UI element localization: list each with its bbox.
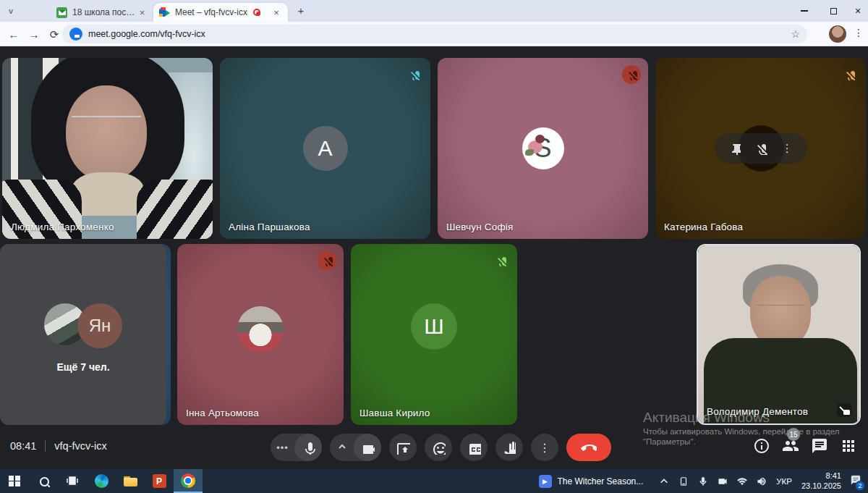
windows-activation-hint: "Параметры".: [643, 437, 696, 446]
meet-favicon-icon: [159, 7, 170, 18]
edge-taskbar-icon[interactable]: [87, 469, 116, 493]
tab-title: Meet – vfq-fvcv-icx: [175, 7, 247, 17]
chrome-taskbar-icon[interactable]: [174, 469, 203, 493]
activities-grid-icon[interactable]: [840, 437, 856, 454]
mic-off-icon: [404, 65, 423, 84]
media-play-icon: ▶: [539, 475, 552, 488]
webcam-video: [698, 245, 859, 424]
microphone-tray-icon[interactable]: [698, 476, 708, 486]
participant-tile[interactable]: ⋮ Катерина Габова: [655, 58, 866, 239]
mic-button[interactable]: [294, 434, 322, 461]
media-recording-icon: [253, 9, 260, 16]
screen: v 18 школа посилання профорі × Meet – vf…: [0, 0, 868, 493]
participant-name: Шевчун Софія: [446, 222, 514, 232]
powerpoint-taskbar-icon[interactable]: P: [145, 469, 174, 493]
back-button[interactable]: ←: [6, 27, 22, 43]
people-panel-button[interactable]: 15: [782, 437, 799, 454]
reactions-button[interactable]: [425, 434, 452, 461]
language-indicator[interactable]: УКР: [776, 477, 792, 486]
tray-expand-chevron-icon[interactable]: [659, 476, 669, 486]
captions-button[interactable]: [460, 434, 488, 461]
picture-in-picture-icon[interactable]: [837, 403, 852, 417]
participant-tile[interactable]: Людмила Пархоменко: [2, 58, 213, 239]
mic-options-icon[interactable]: •••: [271, 442, 294, 453]
participant-tile[interactable]: Інна Артьомова: [177, 244, 344, 425]
start-button[interactable]: [0, 469, 29, 493]
media-title: The Witcher Season...: [558, 476, 644, 486]
initial-avatar: A: [303, 126, 348, 171]
tab-school[interactable]: 18 школа посилання профорі ×: [52, 3, 152, 22]
participant-tile[interactable]: S Шевчун Софія: [438, 58, 648, 239]
tile-hover-controls[interactable]: ⋮: [715, 133, 807, 164]
tile-menu-icon[interactable]: ⋮: [782, 142, 793, 155]
mic-off-icon: [840, 65, 859, 84]
raise-hand-button[interactable]: [495, 434, 523, 461]
notification-count-badge: 2: [855, 481, 865, 491]
mic-off-icon: [318, 251, 336, 270]
windows-taskbar: P ▶ The Witcher Season... УКР 8:41 23.10…: [0, 469, 868, 493]
webcam-video: [2, 58, 213, 239]
url-text: meet.google.com/vfq-fvcv-icx: [88, 29, 205, 39]
mail-favicon-icon: [56, 7, 67, 18]
meeting-code: vfq-fvcv-icx: [54, 440, 107, 452]
tab-strip: v 18 школа посилання профорі × Meet – vf…: [0, 0, 868, 22]
tab-close-icon[interactable]: ×: [137, 7, 148, 18]
participants-count-badge: 15: [787, 428, 800, 441]
new-tab-button[interactable]: +: [295, 5, 307, 17]
mic-off-icon: [491, 251, 510, 270]
camera-button-group[interactable]: [330, 434, 381, 461]
participant-name: Шавша Кирило: [359, 408, 430, 418]
camera-options-chevron-icon[interactable]: [330, 442, 354, 453]
meet-site-icon: [69, 28, 82, 41]
initial-avatar: Ш: [411, 303, 457, 350]
notification-center-button[interactable]: 2: [851, 475, 861, 488]
camera-in-use-tray-icon[interactable]: [718, 476, 728, 486]
taskbar-date: 23.10.2025: [801, 481, 841, 490]
tab-meet-active[interactable]: Meet – vfq-fvcv-icx ×: [153, 3, 288, 22]
photo-avatar: [237, 306, 284, 353]
window-close-button[interactable]: ×: [843, 0, 868, 22]
volume-tray-icon[interactable]: [757, 476, 767, 486]
mic-button-group[interactable]: •••: [271, 434, 322, 461]
meeting-side-panel-buttons: 15: [753, 437, 856, 454]
window-minimize-button[interactable]: [790, 0, 819, 22]
your-phone-tray-icon[interactable]: [678, 476, 689, 486]
tab-close-icon[interactable]: ×: [271, 7, 282, 18]
reload-button[interactable]: ⟳: [46, 27, 62, 43]
bookmark-star-icon[interactable]: ☆: [791, 28, 800, 40]
meeting-info: 08:41 vfq-fvcv-icx: [10, 440, 107, 452]
wifi-tray-icon[interactable]: [737, 476, 747, 486]
camera-button[interactable]: [354, 434, 381, 461]
browser-menu-icon[interactable]: ⋮: [854, 27, 864, 38]
taskbar-time: 8:41: [826, 471, 841, 480]
participant-name: Аліна Паршакова: [229, 222, 310, 232]
more-options-button[interactable]: ⋮: [531, 434, 558, 461]
chat-panel-icon[interactable]: [811, 437, 827, 454]
task-view-button[interactable]: [58, 469, 87, 493]
end-call-button[interactable]: [566, 434, 611, 461]
taskbar-search-button[interactable]: [29, 469, 58, 493]
participant-tile[interactable]: Ш Шавша Кирило: [351, 244, 517, 425]
more-participants-tile[interactable]: Ян Ещё 7 чел.: [0, 244, 166, 425]
mic-off-icon: [755, 143, 767, 155]
profile-avatar[interactable]: [829, 25, 846, 43]
meeting-details-icon[interactable]: [753, 437, 770, 454]
windows-activation-hint: Чтобы активировать Windows, перейдите в …: [643, 427, 840, 436]
divider: [45, 440, 46, 452]
tab-list-chevron-icon[interactable]: v: [6, 6, 16, 16]
address-bar[interactable]: meet.google.com/vfq-fvcv-icx ☆: [62, 25, 807, 43]
participant-tile[interactable]: A Аліна Паршакова: [220, 58, 430, 239]
self-tile[interactable]: Володимир Дементов: [697, 244, 861, 425]
meeting-clock: 08:41: [10, 440, 36, 452]
forward-button[interactable]: →: [26, 27, 42, 43]
system-tray: УКР 8:41 23.10.2025 2: [659, 471, 861, 492]
mic-off-icon: [622, 65, 641, 84]
pin-icon[interactable]: [728, 143, 741, 155]
file-explorer-taskbar-icon[interactable]: [116, 469, 145, 493]
taskbar-clock[interactable]: 8:41 23.10.2025: [801, 471, 841, 492]
present-screen-button[interactable]: [389, 434, 417, 461]
media-session-widget[interactable]: ▶ The Witcher Season...: [539, 475, 644, 488]
participant-name: Інна Артьомова: [186, 408, 259, 418]
flower-avatar: S: [522, 127, 564, 169]
participant-name: Катерина Габова: [664, 222, 743, 232]
